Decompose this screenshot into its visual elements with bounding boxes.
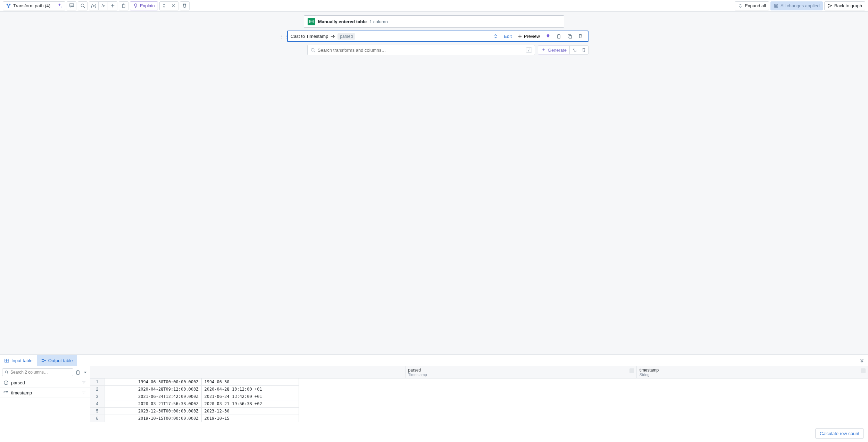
table-row[interactable]: 32021-06-24T12:42:00.000Z2021-06-24 13:4… [90, 393, 299, 400]
cell-timestamp[interactable]: 2021-06-24 13:42:00 +01 [201, 393, 299, 400]
clear-button[interactable] [579, 45, 589, 55]
svg-point-12 [831, 5, 832, 6]
column-name: parsed [11, 380, 25, 385]
explain-button[interactable]: Explain [130, 1, 158, 10]
cell-parsed[interactable]: 2020-04-28T09:12:00.000Z [104, 386, 201, 393]
plus-icon [517, 34, 523, 39]
back-to-graph-button[interactable]: Back to graph [824, 1, 865, 10]
tab-output-table[interactable]: Output table [37, 355, 77, 366]
column-list-item[interactable]: ””timestamp [0, 388, 90, 398]
column-search-input[interactable] [10, 370, 71, 375]
duplicate-button[interactable] [565, 33, 574, 40]
cell-timestamp[interactable]: 2020-04-28 10:12:00 +01 [201, 386, 299, 393]
svg-rect-2 [8, 6, 9, 8]
zoom-button[interactable] [78, 1, 87, 10]
add-button[interactable] [108, 1, 117, 10]
svg-rect-29 [77, 370, 79, 371]
bottom-tabs: Input table Output table [0, 355, 868, 366]
data-grid: parsed Timestamp timestamp String 11994-… [90, 366, 868, 422]
svg-rect-0 [7, 4, 8, 5]
search-icon [310, 48, 316, 53]
function-button[interactable]: fx [98, 1, 108, 10]
table-row[interactable]: 22020-04-28T09:12:00.000Z2020-04-28 10:1… [90, 386, 299, 393]
table-row[interactable]: 42020-03-21T17:56:38.000Z2020-03-21 19:5… [90, 400, 299, 408]
copy-button[interactable] [554, 33, 564, 40]
variable-x-button[interactable]: (x) [89, 1, 99, 10]
chevrons-down-icon [859, 358, 865, 363]
svg-point-21 [311, 48, 314, 51]
data-grid-area: parsed Timestamp timestamp String 11994-… [90, 366, 868, 442]
cell-parsed[interactable]: 2021-06-24T12:42:00.000Z [104, 393, 201, 400]
column-menu-icon[interactable] [861, 368, 866, 373]
cell-timestamp[interactable]: 2019-10-15 [201, 415, 299, 422]
clipboard-button[interactable] [119, 1, 128, 10]
open-external-button[interactable] [569, 45, 579, 55]
chevrons-vertical-icon [493, 34, 498, 39]
edit-button[interactable]: Edit [502, 33, 514, 40]
cell-timestamp[interactable]: 1994-06-30 [201, 378, 299, 386]
sort-toggle-button[interactable] [491, 33, 500, 40]
hint-button[interactable] [543, 33, 553, 40]
changes-applied-indicator: All changes applied [770, 1, 823, 10]
plus-icon [110, 3, 115, 8]
cell-timestamp[interactable]: 2020-03-21 19:56:38 +02 [201, 400, 299, 408]
cell-parsed[interactable]: 2023-12-30T00:00:00.000Z [104, 408, 201, 415]
column-header-parsed[interactable]: parsed Timestamp [405, 366, 636, 378]
column-list-item[interactable]: parsed [0, 378, 90, 388]
svg-point-4 [71, 5, 72, 6]
transform-node-title[interactable]: Cast to Timestamp [291, 34, 328, 39]
expand-all-button[interactable]: Expand all [735, 1, 769, 10]
delete-transform-button[interactable] [576, 33, 585, 40]
transform-node-selected[interactable]: Cast to Timestamp parsed Edit Preview [287, 31, 589, 42]
column-search-box[interactable] [2, 368, 73, 376]
tab-input-table[interactable]: Input table [0, 355, 37, 366]
svg-line-22 [314, 51, 315, 52]
transform-search-box[interactable]: / [307, 45, 535, 55]
table-row[interactable]: 62019-10-15T00:00:00.000Z2019-10-15 [90, 415, 299, 422]
cell-parsed[interactable]: 2019-10-15T00:00:00.000Z [104, 415, 201, 422]
transform-path-title: Transform path (4) [13, 3, 50, 8]
table-row[interactable]: 52023-12-30T00:00:00.000Z2023-12-30 [90, 408, 299, 415]
svg-point-6 [81, 4, 84, 7]
duplicate-icon [567, 34, 572, 39]
cell-parsed[interactable]: 1994-06-30T00:00:00.000Z [104, 378, 201, 386]
collapse-button[interactable] [169, 1, 178, 10]
output-column-tag[interactable]: parsed [337, 33, 355, 40]
lightbulb-icon [133, 3, 138, 8]
table-icon [308, 18, 315, 25]
svg-line-7 [83, 7, 84, 8]
transform-search-input[interactable] [318, 48, 524, 53]
save-icon [774, 3, 779, 8]
cell-parsed[interactable]: 2020-03-21T17:56:38.000Z [104, 400, 201, 408]
comment-button[interactable] [67, 1, 76, 10]
sparkle-icon [541, 48, 546, 53]
row-number: 5 [90, 408, 104, 415]
svg-rect-23 [5, 359, 9, 362]
source-node-subtitle: 1 column [369, 19, 388, 24]
calculate-row-count-button[interactable]: Calculate row count [815, 428, 864, 439]
collapse-panel-button[interactable] [856, 358, 868, 363]
generate-button[interactable]: Generate [538, 45, 570, 55]
delete-button[interactable] [180, 1, 190, 10]
bottom-panel: parsed””timestamp parsed Timestamp times… [0, 366, 868, 442]
row-number: 3 [90, 393, 104, 400]
column-menu-icon[interactable] [629, 368, 634, 373]
transform-node-actions: Edit Preview [491, 33, 585, 40]
column-menu-caret[interactable] [83, 370, 88, 375]
open-external-icon [572, 48, 577, 53]
preview-button[interactable]: Preview [515, 33, 542, 40]
clipboard-columns-button[interactable] [75, 370, 81, 375]
sort-icon[interactable] [81, 390, 86, 395]
transform-path-selector[interactable]: Transform path (4) [3, 1, 65, 10]
sort-icon[interactable] [81, 380, 86, 385]
source-node[interactable]: Manually entered table 1 column [304, 15, 564, 28]
chevrons-vertical-icon [738, 3, 743, 8]
drag-handle-icon[interactable]: ⋮⋮ [279, 34, 284, 39]
column-header-timestamp[interactable]: timestamp String [636, 366, 868, 378]
clipboard-icon [121, 3, 126, 8]
cell-timestamp[interactable]: 2023-12-30 [201, 408, 299, 415]
transform-canvas: Manually entered table 1 column ⋮⋮ Cast … [0, 12, 868, 355]
table-row[interactable]: 11994-06-30T00:00:00.000Z1994-06-30 [90, 378, 299, 386]
expand-button[interactable] [159, 1, 169, 10]
comment-icon [69, 3, 74, 8]
